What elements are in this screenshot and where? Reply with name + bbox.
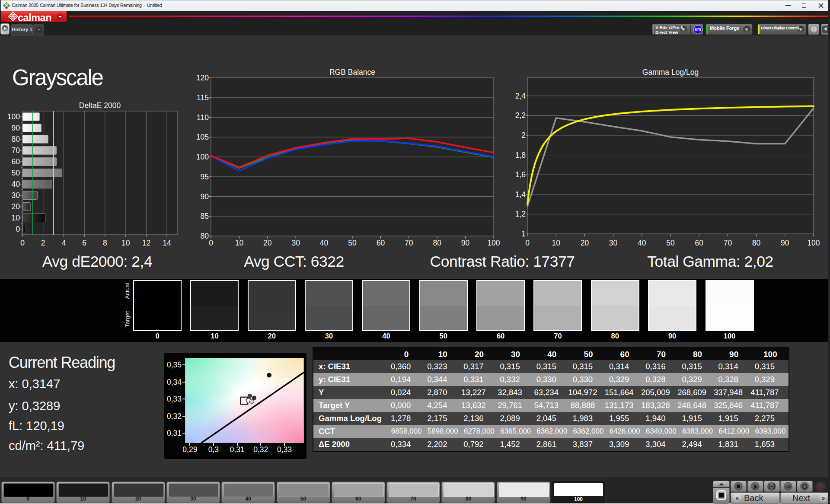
svg-text:30: 30 — [609, 239, 618, 247]
svg-text:8: 8 — [103, 239, 107, 247]
svg-text:6: 6 — [82, 239, 86, 247]
svg-text:10: 10 — [235, 239, 244, 247]
svg-text:1,8: 1,8 — [515, 151, 526, 159]
svg-text:70: 70 — [405, 239, 413, 247]
svg-text:DeltaE 2000: DeltaE 2000 — [79, 101, 121, 110]
svg-text:80: 80 — [12, 135, 20, 144]
svg-text:120: 120 — [196, 73, 209, 82]
svg-text:2,4: 2,4 — [515, 92, 526, 100]
svg-text:10: 10 — [121, 239, 130, 247]
svg-text:50: 50 — [348, 239, 357, 247]
svg-text:14: 14 — [163, 239, 171, 247]
svg-text:60: 60 — [377, 239, 385, 247]
svg-text:80: 80 — [433, 239, 441, 247]
svg-text:2: 2 — [41, 239, 45, 247]
svg-text:20: 20 — [263, 239, 272, 247]
svg-text:40: 40 — [320, 239, 329, 247]
svg-text:0: 0 — [525, 239, 530, 247]
svg-text:0: 0 — [16, 225, 20, 233]
svg-text:100: 100 — [196, 153, 209, 161]
svg-text:100: 100 — [487, 239, 500, 247]
svg-text:0: 0 — [209, 239, 213, 247]
svg-text:20: 20 — [581, 239, 589, 247]
svg-text:95: 95 — [201, 172, 209, 181]
svg-text:90: 90 — [461, 239, 470, 247]
svg-text:80: 80 — [201, 232, 209, 240]
svg-text:70: 70 — [12, 146, 20, 155]
svg-text:105: 105 — [196, 133, 209, 141]
svg-text:10: 10 — [552, 239, 560, 247]
svg-text:RGB Balance: RGB Balance — [329, 68, 375, 77]
svg-text:20: 20 — [12, 202, 20, 211]
svg-text:100: 100 — [7, 112, 20, 121]
svg-text:50: 50 — [12, 169, 20, 177]
svg-text:30: 30 — [12, 191, 20, 200]
svg-text:90: 90 — [201, 192, 209, 201]
svg-text:50: 50 — [666, 239, 675, 247]
svg-text:Gamma Log/Log: Gamma Log/Log — [642, 68, 699, 77]
svg-text:90: 90 — [781, 239, 789, 247]
svg-text:1,4: 1,4 — [515, 190, 526, 199]
svg-text:90: 90 — [12, 124, 20, 132]
svg-text:115: 115 — [197, 93, 209, 102]
svg-text:1,6: 1,6 — [515, 170, 526, 179]
svg-text:80: 80 — [752, 239, 761, 247]
svg-text:2,2: 2,2 — [515, 111, 526, 120]
svg-text:1: 1 — [521, 230, 526, 238]
svg-text:12: 12 — [142, 239, 150, 247]
svg-text:2: 2 — [521, 131, 526, 140]
svg-text:60: 60 — [695, 239, 703, 247]
svg-text:4: 4 — [62, 239, 66, 247]
svg-text:1,2: 1,2 — [515, 210, 526, 218]
svg-text:60: 60 — [12, 157, 20, 166]
svg-text:70: 70 — [724, 239, 732, 247]
svg-text:110: 110 — [197, 113, 209, 122]
svg-text:40: 40 — [638, 239, 646, 247]
svg-text:85: 85 — [201, 212, 209, 220]
svg-text:40: 40 — [12, 180, 20, 188]
svg-text:30: 30 — [291, 239, 300, 247]
svg-text:100: 100 — [807, 239, 820, 247]
svg-text:10: 10 — [12, 214, 20, 222]
svg-text:0: 0 — [20, 239, 25, 247]
